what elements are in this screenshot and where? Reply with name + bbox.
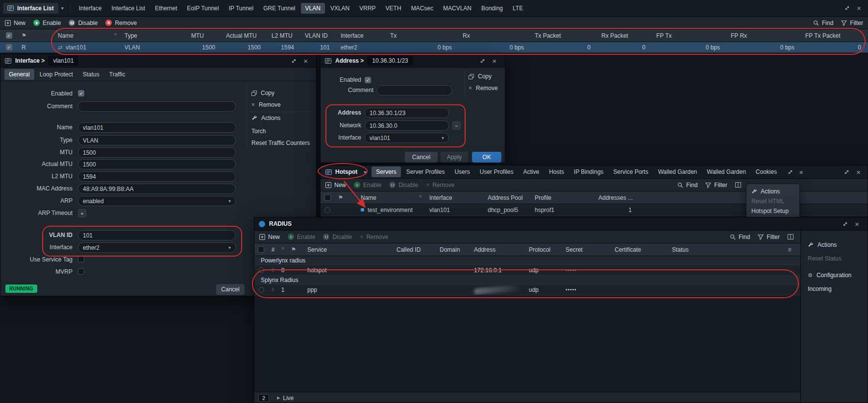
columns-icon[interactable] (735, 182, 741, 188)
select-all-checkbox[interactable]: ✓ (6, 32, 12, 39)
mvrp-checkbox[interactable] (78, 268, 84, 275)
column-header-type[interactable]: Type (121, 29, 187, 42)
table-row-vlan101[interactable]: ✓ R ⇄vlan101 VLAN 1500 1500 1594 101 eth… (0, 42, 868, 53)
detach-icon[interactable] (788, 169, 793, 175)
column-header-mtu[interactable]: MTU (187, 29, 222, 42)
vlan-id-input[interactable]: 101 (78, 230, 236, 240)
tab-lte[interactable]: LTE (508, 3, 527, 14)
enable-button[interactable]: Enable (354, 182, 381, 189)
column-header-rx-packet[interactable]: Rx Packet (597, 29, 652, 42)
tab-gre-tunnel[interactable]: GRE Tunnel (259, 3, 299, 14)
new-button[interactable]: New (259, 234, 280, 240)
network-remove-button[interactable]: − (452, 121, 461, 130)
interface-select[interactable]: vlan101▾ (365, 133, 449, 143)
enable-button[interactable]: Enable (33, 20, 61, 26)
drag-handle-icon[interactable]: ⠿ (268, 284, 278, 295)
close-icon[interactable]: × (492, 57, 496, 65)
tab-interface[interactable]: Interface (74, 3, 106, 14)
column-header-secret[interactable]: Secret (562, 243, 611, 256)
column-header-status[interactable]: Status (668, 243, 779, 256)
new-button[interactable]: New (325, 182, 346, 189)
remove-button[interactable]: ×Remove (426, 182, 454, 189)
select-all-checkbox[interactable] (258, 246, 264, 253)
column-header-profile[interactable]: Profile (531, 191, 595, 204)
tab-ip-tunnel[interactable]: IP Tunnel (224, 3, 258, 14)
close-icon[interactable]: × (303, 57, 308, 65)
reset-html-menu-item[interactable]: Reset HTML (746, 196, 799, 206)
column-header-called-id[interactable]: Called ID (393, 243, 436, 256)
tab-macvlan[interactable]: MACVLAN (439, 3, 476, 14)
column-header-address-pool[interactable]: Address Pool (484, 191, 531, 204)
tab-eoip-tunnel[interactable]: EoIP Tunnel (183, 3, 223, 14)
group-header-powerlynx[interactable]: Powerlynx radius (254, 256, 800, 265)
close-icon[interactable]: × (857, 4, 861, 12)
find-button[interactable]: Find (813, 20, 833, 26)
incoming-menu-item[interactable]: Incoming (808, 285, 832, 292)
cancel-button[interactable]: Cancel (405, 152, 438, 163)
tab-cookies[interactable]: Cookies (751, 166, 781, 177)
tab-active[interactable]: Active (519, 166, 544, 177)
live-toggle[interactable]: ▶ Live (277, 395, 294, 402)
filter-button[interactable]: Filter (705, 182, 727, 189)
tab-walled-garden-2[interactable]: Walled Garden (702, 166, 750, 177)
column-header-tx[interactable]: Tx (386, 29, 459, 42)
copy-menu-item[interactable]: Copy (469, 73, 492, 80)
column-header-flag[interactable]: ⚑ (334, 191, 357, 204)
comment-input[interactable] (78, 101, 236, 112)
enable-button[interactable]: Enable (288, 234, 315, 240)
column-header-domain[interactable]: Domain (436, 243, 470, 256)
new-button[interactable]: New (5, 20, 25, 26)
window-tab-caret-icon[interactable]: ▾ (58, 3, 67, 13)
interface-dialog-titlebar[interactable]: Interface > vlan101 × (0, 54, 316, 68)
tab-servers[interactable]: Servers (372, 166, 400, 177)
tab-general[interactable]: General (4, 69, 34, 80)
row-checkbox[interactable] (324, 207, 330, 213)
column-header-rx[interactable]: Rx (459, 29, 531, 42)
column-header-name[interactable]: Name^ (357, 191, 425, 204)
l2-mtu-input[interactable]: 1594 (78, 171, 236, 182)
close-icon[interactable]: × (856, 168, 861, 176)
column-header-addresses[interactable]: Addresses ... (595, 191, 639, 204)
tab-walled-garden[interactable]: Walled Garden (654, 166, 702, 177)
tab-bonding[interactable]: Bonding (477, 3, 507, 14)
column-header-flag[interactable]: ⚑ (287, 243, 303, 256)
interface-select[interactable]: ether2▾ (78, 242, 236, 253)
detach-icon[interactable] (843, 221, 848, 227)
tab-veth[interactable]: VETH (381, 3, 406, 14)
column-header-name[interactable]: Name^ (54, 29, 121, 42)
mac-address-input[interactable]: 48:A9:8A:99:B8:AA (78, 184, 236, 194)
mtu-input[interactable]: 1500 (78, 147, 236, 158)
row-checkbox[interactable] (258, 287, 264, 293)
group-header-splynx[interactable]: Splynx Radius (254, 276, 800, 284)
table-row-radius-1[interactable]: ⠿ 1 ppp udp ••••• (254, 284, 800, 295)
tab-ethernet[interactable]: Ethernet (150, 3, 181, 14)
column-header-certificate[interactable]: Certificate (611, 243, 668, 256)
column-header-l2-mtu[interactable]: L2 MTU (268, 29, 301, 42)
remove-menu-item[interactable]: × Remove (469, 85, 498, 92)
use-service-tag-checkbox[interactable] (78, 256, 84, 262)
remove-button[interactable]: ×Remove (360, 234, 388, 240)
tab-server-profiles[interactable]: Server Profiles (402, 166, 449, 177)
column-header-fp-tx[interactable]: FP Tx (652, 29, 727, 42)
detach-icon[interactable] (844, 5, 850, 11)
tab-vxlan[interactable]: VXLAN (326, 3, 354, 14)
tab-macsec[interactable]: MACsec (407, 3, 438, 14)
tab-users[interactable]: Users (450, 166, 474, 177)
cancel-button[interactable]: Cancel (216, 284, 245, 295)
column-header-protocol[interactable]: Protocol (525, 243, 562, 256)
drag-handle-icon[interactable]: ⠿ (268, 265, 278, 275)
enabled-checkbox[interactable]: ✓ (78, 90, 84, 96)
reset-traffic-counters-menu-item[interactable]: Reset Traffic Counters (251, 140, 310, 146)
detach-icon[interactable] (291, 58, 297, 64)
detach-icon[interactable] (844, 169, 849, 175)
tab-vrrp[interactable]: VRRP (355, 3, 380, 14)
name-input[interactable]: vlan101 (78, 122, 236, 133)
close-icon[interactable]: × (855, 220, 859, 228)
arp-select[interactable]: enabled▾ (78, 196, 236, 206)
table-row-radius-0[interactable]: ⠿ 0 hotspot 172.16.0.1 udp ••••• (254, 265, 800, 276)
actions-menu-header[interactable]: Actions (746, 187, 799, 196)
column-header-service[interactable]: Service (303, 243, 393, 256)
tab-loop-protect[interactable]: Loop Protect (35, 69, 77, 80)
arp-timeout-add-button[interactable]: + (78, 209, 86, 217)
sort-asc-icon[interactable]: ^ (278, 243, 287, 256)
